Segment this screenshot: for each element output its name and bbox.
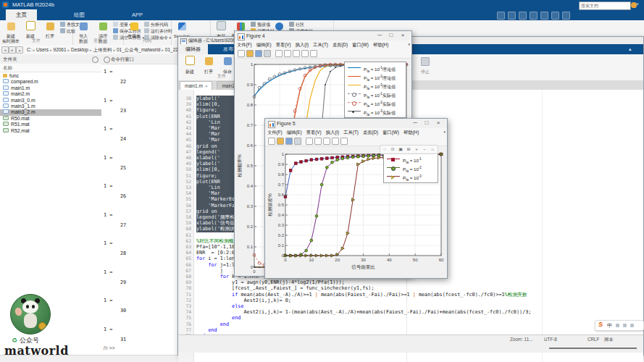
save-icon[interactable]: [285, 138, 293, 145]
datatip-icon[interactable]: ⊙: [390, 146, 396, 152]
menu-工具(T)[interactable]: 工具(T): [341, 128, 361, 136]
file-item-compared.m[interactable]: compared.m: [0, 79, 101, 85]
menu-编辑(E)[interactable]: 编辑(E): [254, 41, 274, 49]
ribbon-button-分析代码[interactable]: 分析代码: [144, 22, 168, 28]
menu-插入(I)[interactable]: 插入(I): [293, 41, 311, 49]
file-item-main3_0.m[interactable]: main3_0.m: [0, 98, 101, 104]
editor-tab-编辑器[interactable]: 编辑器: [178, 44, 208, 54]
panels-icon[interactable]: [323, 138, 330, 145]
menu-帮助(H)[interactable]: 帮助(H): [371, 41, 390, 49]
new-doc-icon[interactable]: [268, 138, 275, 145]
breadcrumb-segment[interactable]: Users: [36, 47, 49, 52]
close-button[interactable]: ×: [397, 31, 409, 41]
zoom-out-icon[interactable]: −: [422, 146, 427, 152]
copy-icon[interactable]: [275, 50, 283, 57]
back-icon[interactable]: ◂: [1, 46, 9, 54]
panels-icon[interactable]: [293, 50, 300, 57]
open-folder-icon[interactable]: [246, 50, 254, 57]
breadcrumb-segment[interactable]: C:: [27, 47, 32, 52]
zoom-in-icon[interactable]: +: [414, 146, 419, 152]
file-item-R52.mat[interactable]: R52.mat: [0, 128, 101, 134]
plot-legend[interactable]: Pfa = 10-1理论值Pfa = 10-2理论值Pfa = 10-3理论值P…: [344, 62, 406, 118]
panel-menu-icon[interactable]: [92, 56, 99, 63]
pan-icon[interactable]: ⊞: [406, 146, 411, 152]
menu-帮助(H)[interactable]: 帮助(H): [401, 128, 421, 136]
ime-mic-icon[interactable]: [623, 324, 627, 327]
ribbon-tab-主页[interactable]: 主页: [6, 9, 37, 20]
menu-桌面(D)[interactable]: 桌面(D): [330, 41, 350, 49]
cursor-icon[interactable]: [301, 50, 309, 57]
scrollbar-thumb[interactable]: [549, 348, 637, 349]
menu-文件(F)[interactable]: 文件(F): [265, 128, 285, 136]
breadcrumb-path[interactable]: C:▸Users▸92061▸Desktop▸上传资料▸01_公众号_matwo…: [26, 45, 185, 55]
link-icon[interactable]: [314, 138, 322, 145]
maximize-button[interactable]: □: [385, 31, 397, 41]
command-window-header[interactable]: 命令行窗口: [101, 54, 177, 64]
print-icon[interactable]: [294, 138, 301, 145]
folder-panel-header[interactable]: 文件夹: [0, 54, 101, 64]
breadcrumb-segment[interactable]: 92061: [54, 47, 67, 52]
menu-窗口(W)[interactable]: 窗口(W): [350, 41, 371, 49]
cut-icon[interactable]: [508, 12, 516, 20]
file-item-main3_1.m[interactable]: main3_1.m: [0, 104, 101, 109]
link-icon[interactable]: [284, 50, 291, 57]
menu-编辑(E)[interactable]: 编辑(E): [285, 128, 304, 136]
home-icon[interactable]: ⌂: [430, 146, 435, 152]
matlab-titlebar[interactable]: MATLAB R2024b ─ □ ×: [0, 0, 644, 9]
box-icon[interactable]: [340, 138, 348, 145]
copy-icon[interactable]: [519, 12, 527, 20]
up-folder-icon[interactable]: ▴: [16, 46, 23, 54]
search-input[interactable]: [579, 1, 631, 10]
breadcrumb-segment[interactable]: 上传资料: [93, 47, 112, 52]
open-folder-icon[interactable]: [277, 138, 284, 145]
help-icon[interactable]: [562, 12, 570, 20]
ribbon-button-预设项[interactable]: 预设项: [251, 22, 270, 28]
new-doc-icon[interactable]: [238, 50, 245, 57]
stop-button[interactable]: 停止: [415, 56, 435, 75]
ribbon-tab-绘图[interactable]: 绘图: [64, 9, 95, 20]
cursor-icon[interactable]: [332, 138, 339, 145]
ime-tool-icon[interactable]: [616, 324, 619, 327]
menu-查看(V)[interactable]: 查看(V): [274, 41, 293, 49]
toolstrip-minimize-icon[interactable]: ▴: [622, 44, 639, 54]
file-item-R50.mat[interactable]: R50.mat: [0, 116, 101, 122]
ribbon-tab-APP[interactable]: APP: [122, 9, 153, 20]
plot-legend[interactable]: Pfa = 10-1Pfa = 10-2Pfa = 10-3: [383, 153, 438, 183]
file-item-R51.mat[interactable]: R51.mat: [0, 122, 101, 127]
figure-titlebar[interactable]: Figure 5─□×: [265, 119, 447, 129]
ribbon-button-社区[interactable]: 社区: [289, 22, 304, 28]
menu-查看(V)[interactable]: 查看(V): [304, 128, 324, 136]
horizontal-scrollbar[interactable]: [178, 343, 643, 353]
box-icon[interactable]: [310, 50, 317, 57]
close-button[interactable]: ×: [432, 119, 444, 128]
file-item-main1.m[interactable]: main1.m: [0, 85, 101, 91]
ime-logo-icon[interactable]: S: [598, 321, 603, 328]
forward-icon[interactable]: ▸: [9, 46, 16, 54]
minimize-button[interactable]: ─: [374, 31, 385, 41]
breadcrumb-segment[interactable]: 01_公众号_matworld: [117, 47, 160, 52]
export-icon[interactable]: ▣: [398, 146, 403, 152]
copy-icon[interactable]: [306, 138, 313, 145]
menu-工具(T)[interactable]: 工具(T): [311, 41, 330, 49]
maximize-button[interactable]: □: [421, 119, 432, 128]
file-item-main3_2.m[interactable]: main3_2.m: [0, 109, 101, 115]
figure-titlebar[interactable]: Figure 4─□×: [235, 31, 411, 41]
ime-mode-toggle[interactable]: 中: [607, 322, 612, 329]
save-icon[interactable]: [255, 50, 262, 57]
print-icon[interactable]: [264, 50, 271, 57]
ime-toolbar[interactable]: S 中: [595, 320, 644, 331]
menu-文件(F)[interactable]: 文件(F): [235, 41, 254, 49]
menu-窗口(W)[interactable]: 窗口(W): [380, 128, 401, 136]
menu-overflow-icon[interactable]: ▾: [408, 41, 410, 49]
brush-icon[interactable]: ◌: [382, 146, 388, 152]
paste-icon[interactable]: [530, 12, 538, 20]
command-prompt[interactable]: fx >>: [103, 345, 115, 351]
menu-overflow-icon[interactable]: ▾: [443, 128, 446, 136]
close-tab-icon[interactable]: ×: [205, 84, 208, 88]
file-item-func[interactable]: func: [0, 73, 101, 79]
undo-icon[interactable]: [540, 12, 548, 20]
breadcrumb-segment[interactable]: Desktop: [71, 47, 88, 52]
notification-bell-icon[interactable]: [631, 2, 637, 8]
redo-icon[interactable]: [551, 12, 559, 20]
save-icon[interactable]: [497, 12, 505, 20]
